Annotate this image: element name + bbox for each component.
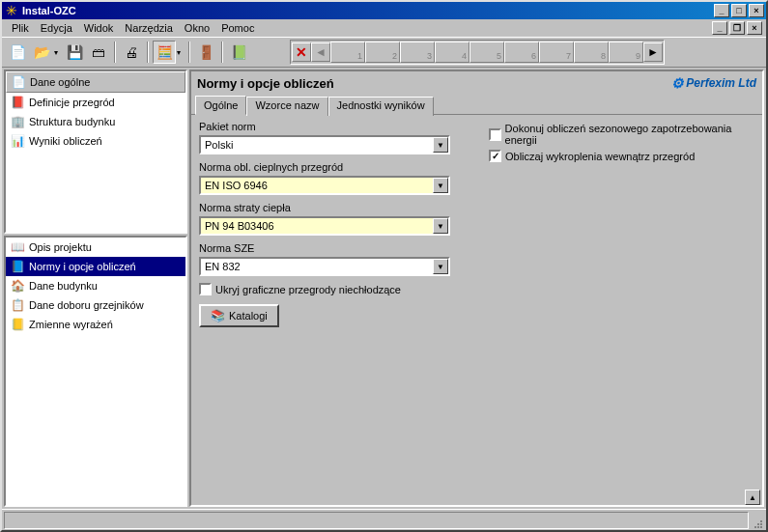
- form-left-column: Pakiet norm Polski ▼ Norma obl. cieplnyc…: [199, 121, 469, 327]
- numstrip-prev-button[interactable]: ◄: [311, 42, 330, 62]
- nav-label: Normy i opcje obliczeń: [29, 261, 136, 272]
- tb-save-button[interactable]: 💾: [63, 41, 86, 64]
- tb-help-button[interactable]: 📗: [227, 41, 250, 64]
- tab-wzorce[interactable]: Wzorce nazw: [246, 97, 327, 116]
- menu-plik[interactable]: Plik: [6, 20, 35, 36]
- scroll-corner: ▲: [191, 490, 762, 505]
- menubar: Plik Edycja Widok Narzędzia Okno Pomoc _…: [2, 19, 766, 37]
- status-cell: [4, 512, 749, 529]
- combo-norma-sze[interactable]: EN 832 ▼: [199, 257, 450, 276]
- tb-open-dropdown[interactable]: ▾: [54, 48, 62, 57]
- nav-item-definicje[interactable]: 📕 Definicje przegród: [6, 93, 185, 112]
- tab-ogolne[interactable]: Ogólne: [195, 96, 246, 115]
- statusbar: [2, 509, 766, 530]
- nav-label: Opis projektu: [29, 241, 92, 253]
- menu-narzedzia[interactable]: Narzędzia: [119, 20, 179, 36]
- katalogi-button[interactable]: 📚 Katalogi: [199, 304, 279, 327]
- combo-value: Polski: [201, 137, 433, 153]
- tab-jednostki[interactable]: Jednostki wyników: [328, 97, 434, 116]
- combo-value: EN ISO 6946: [201, 178, 433, 193]
- chevron-down-icon[interactable]: ▼: [433, 259, 448, 274]
- brand-text: Perfexim Ltd: [686, 76, 756, 90]
- left-column: 📄 Dane ogólne 📕 Definicje przegród 🏢 Str…: [4, 70, 187, 507]
- form-right-column: Dokonuj obliczeń sezonowego zapotrzebowa…: [489, 121, 754, 327]
- nav-item-dane-doboru[interactable]: 📋 Dane doboru grzejników: [6, 295, 185, 315]
- mdi-controls: _ ❐ ×: [712, 21, 762, 35]
- resize-grip-icon[interactable]: [749, 513, 764, 528]
- combo-norma-straty[interactable]: PN 94 B03406 ▼: [199, 216, 450, 236]
- tb-new-button[interactable]: 📄: [6, 41, 29, 64]
- checkbox-ukryj[interactable]: Ukryj graficzne przegrody niechłodzące: [199, 283, 469, 295]
- toolbar: 📄 📂 ▾ 💾 🗃 🖨 🧮 ▾ 🚪 📗 ✕ ◄ 1 2 3 4 5 6 7 8 …: [2, 37, 766, 68]
- numstrip-cell[interactable]: 1: [330, 42, 365, 63]
- numstrip-close-button[interactable]: ✕: [292, 42, 311, 62]
- chevron-down-icon[interactable]: ▼: [433, 218, 448, 234]
- nav-item-normy[interactable]: 📘 Normy i opcje obliczeń: [6, 257, 185, 276]
- numstrip-cell[interactable]: 8: [574, 42, 609, 63]
- label-norma-ciepl: Norma obl. cieplnych przegród: [199, 161, 469, 173]
- scroll-up-button[interactable]: ▲: [745, 490, 760, 505]
- mdi-restore-button[interactable]: ❐: [729, 21, 745, 35]
- form-area: Pakiet norm Polski ▼ Norma obl. cieplnyc…: [191, 115, 762, 333]
- tb-open-button[interactable]: 📂: [30, 41, 53, 64]
- numstrip-cell[interactable]: 4: [435, 42, 469, 63]
- clipboard-icon: 📋: [10, 297, 25, 313]
- checkbox-dokonuj[interactable]: Dokonuj obliczeń sezonowego zapotrzebowa…: [489, 123, 754, 146]
- book-icon: 📕: [10, 95, 25, 110]
- numstrip-cell[interactable]: 9: [609, 42, 643, 63]
- numstrip-cell[interactable]: 6: [504, 42, 539, 63]
- nav-item-dane-budynku[interactable]: 🏠 Dane budynku: [6, 276, 185, 295]
- nav-label: Zmienne wyrażeń: [29, 319, 113, 330]
- app-icon: ✳: [4, 3, 19, 18]
- nav-item-zmienne[interactable]: 📒 Zmienne wyrażeń: [6, 315, 185, 334]
- numstrip-cell[interactable]: 2: [365, 42, 400, 63]
- ledger-icon: 📒: [10, 317, 25, 332]
- chevron-down-icon[interactable]: ▼: [433, 137, 448, 153]
- mdi-close-button[interactable]: ×: [747, 21, 762, 35]
- titlebar: ✳ Instal-OZC _ □ ×: [2, 2, 766, 19]
- chevron-down-icon[interactable]: ▼: [433, 178, 448, 193]
- tb-calc-dropdown[interactable]: ▾: [177, 48, 185, 57]
- maximize-button[interactable]: □: [731, 4, 747, 17]
- checkbox-label: Dokonuj obliczeń sezonowego zapotrzebowa…: [505, 123, 754, 146]
- checkbox-input[interactable]: [199, 283, 212, 295]
- menu-edycja[interactable]: Edycja: [35, 20, 78, 36]
- label-norma-straty: Norma straty ciepła: [199, 202, 469, 213]
- checkbox-obliczaj[interactable]: Obliczaj wykroplenia wewnątrz przegród: [489, 150, 754, 162]
- minimize-button[interactable]: _: [714, 4, 729, 17]
- combo-pakiet[interactable]: Polski ▼: [199, 135, 450, 154]
- nav-item-struktura[interactable]: 🏢 Struktura budynku: [6, 112, 185, 131]
- tb-calc-button[interactable]: 🧮: [153, 41, 176, 64]
- number-strip: ✕ ◄ 1 2 3 4 5 6 7 8 9 ►: [290, 40, 665, 65]
- nav-label: Definicje przegród: [29, 97, 115, 108]
- checkbox-label: Obliczaj wykroplenia wewnątrz przegród: [505, 151, 695, 162]
- mdi-minimize-button[interactable]: _: [712, 21, 727, 35]
- checkbox-input[interactable]: [489, 150, 501, 162]
- close-button[interactable]: ×: [749, 4, 764, 17]
- tb-exit-button[interactable]: 🚪: [194, 41, 217, 64]
- content-header: Normy i opcje obliczeń ⚙ Perfexim Ltd: [191, 71, 762, 95]
- nav-label: Dane budynku: [29, 280, 98, 292]
- combo-norma-ciepl[interactable]: EN ISO 6946 ▼: [199, 176, 450, 195]
- numstrip-cell[interactable]: 3: [400, 42, 435, 63]
- tb-print-button[interactable]: 🖨: [120, 41, 143, 64]
- label-norma-sze: Norma SZE: [199, 242, 469, 254]
- brand-logo: ⚙ Perfexim Ltd: [671, 75, 756, 91]
- menu-widok[interactable]: Widok: [78, 20, 120, 36]
- nav-item-opis[interactable]: 📖 Opis projektu: [6, 238, 185, 257]
- catalog-icon: 📚: [211, 309, 225, 322]
- nav-item-dane-ogolne[interactable]: 📄 Dane ogólne: [6, 71, 185, 93]
- checkbox-input[interactable]: [489, 128, 501, 141]
- nav-item-wyniki[interactable]: 📊 Wyniki obliczeń: [6, 131, 185, 151]
- tb-saveall-button[interactable]: 🗃: [87, 41, 110, 64]
- menu-okno[interactable]: Okno: [179, 20, 215, 36]
- gear-icon: ⚙: [671, 75, 684, 91]
- nav-label: Dane ogólne: [30, 76, 90, 88]
- app-window: ✳ Instal-OZC _ □ × Plik Edycja Widok Nar…: [0, 0, 768, 532]
- numstrip-next-button[interactable]: ►: [643, 42, 663, 62]
- numstrip-cell[interactable]: 7: [539, 42, 574, 63]
- label-pakiet: Pakiet norm: [199, 121, 469, 132]
- menu-pomoc[interactable]: Pomoc: [215, 20, 260, 36]
- tabs: Ogólne Wzorce nazw Jednostki wyników: [191, 95, 762, 115]
- numstrip-cell[interactable]: 5: [469, 42, 504, 63]
